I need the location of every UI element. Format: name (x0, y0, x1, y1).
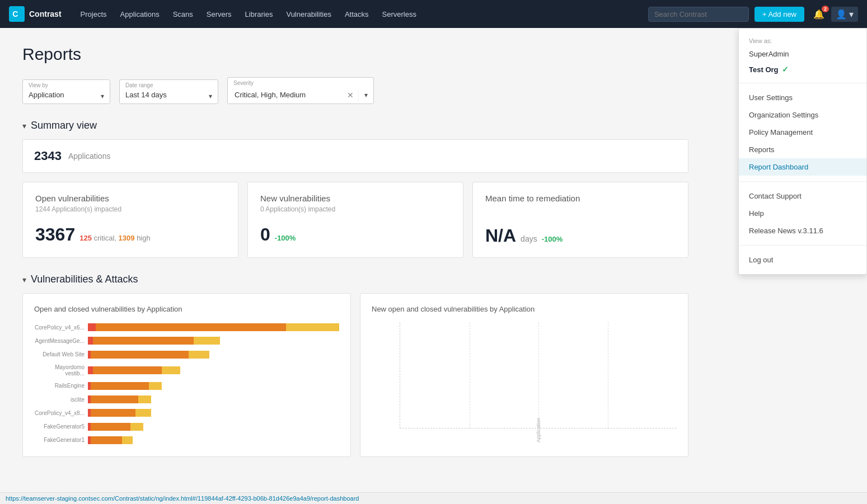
severity-clear-button[interactable]: ✕ (343, 88, 358, 102)
bar-segment-yellow (189, 351, 210, 359)
bar-row: FakeGenerator1 (34, 436, 339, 444)
view-by-filter: View by Application (22, 79, 110, 104)
page-title: Reports (22, 45, 688, 64)
open-vulns-title: Open vulnerabilities (35, 194, 226, 203)
chart2-title: New open and closed vulnerabilities by A… (372, 305, 677, 313)
dropdown-report-dashboard[interactable]: Report Dashboard (739, 158, 866, 176)
date-range-filter: Date range Last 14 days (119, 79, 218, 104)
nav-scans[interactable]: Scans (167, 7, 199, 22)
bar-track (88, 351, 339, 359)
superadmin-label: SuperAdmin (749, 50, 789, 58)
nav-serverless[interactable]: Serverless (377, 7, 422, 22)
bar-segment-orange (91, 409, 135, 417)
bar-row: Default Web Site (34, 351, 339, 359)
bar-segment-red (88, 323, 96, 331)
bar-segment-orange (91, 436, 123, 444)
logo-text: Contrast (29, 10, 62, 18)
summary-count-card: 2343 Applications (22, 139, 688, 173)
bar-label: CorePolicy_v4_x8... (34, 410, 85, 416)
view-by-label: View by (23, 80, 110, 88)
vulns-section: ▾ Vulnerabilities & Attacks Open and clo… (22, 274, 688, 457)
bar-chart: CorePolicy_v4_x6...AgentMessageGe...Defa… (34, 322, 339, 445)
grid-line-1 (470, 322, 470, 428)
summary-app-label: Applications (68, 152, 111, 161)
bar-row: isclite (34, 395, 339, 403)
bar-track (88, 423, 339, 431)
bar-track (88, 323, 339, 331)
notification-badge: 2 (822, 6, 829, 12)
bar-label: FakeGenerator1 (34, 437, 85, 443)
add-new-label: + Add new (762, 10, 796, 18)
navbar: C Contrast Projects Applications Scans S… (0, 0, 867, 28)
severity-label: Severity (228, 78, 373, 86)
logo[interactable]: C Contrast (9, 6, 62, 22)
dropdown-release-news[interactable]: Release News v.3.11.6 (739, 222, 866, 239)
dropdown-org-settings[interactable]: Organization Settings (739, 106, 866, 124)
bar-segment-orange (91, 423, 130, 431)
notification-button[interactable]: 🔔 2 (811, 7, 827, 22)
dropdown-user-testorg[interactable]: Test Org ✓ (739, 62, 866, 77)
metric-open-vulns: Open vulnerabilities 1244 Application(s)… (22, 182, 238, 258)
dropdown-user-settings[interactable]: User Settings (739, 89, 866, 106)
mtr-value-row: N/A days -100% (485, 225, 676, 246)
bar-label: CorePolicy_v4_x6... (34, 324, 85, 331)
dropdown-help[interactable]: Help (739, 205, 866, 222)
critical-count: 125 (79, 234, 92, 242)
chart1-title: Open and closed vulnerabilities by Appli… (34, 305, 339, 313)
nav-links: Projects Applications Scans Servers Libr… (75, 7, 648, 22)
bar-row: FakeGenerator5 (34, 423, 339, 431)
chart2-x-axis: Application (400, 418, 677, 442)
severity-inner: Critical, High, Medium ✕ ▾ (228, 86, 373, 103)
new-vulns-value: 0 (260, 224, 270, 245)
nav-vulnerabilities[interactable]: Vulnerabilities (280, 7, 336, 22)
bar-segment-yellow (138, 395, 152, 403)
chevron-down-icon: ▾ (849, 9, 854, 20)
new-vulns-title: New vulnerabilities (260, 194, 451, 203)
nav-libraries[interactable]: Libraries (240, 7, 279, 22)
vulns-toggle-icon[interactable]: ▾ (22, 275, 26, 284)
charts-row: Open and closed vulnerabilities by Appli… (22, 293, 688, 457)
chart-new-vulns: New open and closed vulnerabilities by A… (360, 293, 688, 457)
view-as-label: View as: (739, 34, 866, 46)
nav-servers[interactable]: Servers (201, 7, 237, 22)
severity-chevron-icon[interactable]: ▾ (358, 89, 373, 101)
main-content: Reports View by Application Date range L… (0, 28, 711, 485)
avatar-icon: 👤 (836, 9, 847, 20)
mtr-title: Mean time to remediation (485, 194, 676, 203)
bar-track (88, 395, 339, 403)
bar-row: RailsEngine (34, 382, 339, 390)
bar-segment-yellow (149, 382, 162, 390)
bar-segment-orange (93, 337, 194, 345)
new-vulns-value-row: 0 -100% (260, 224, 451, 245)
bar-segment-yellow (286, 323, 339, 331)
bar-row: CorePolicy_v4_x8... (34, 409, 339, 417)
nav-attacks[interactable]: Attacks (339, 7, 374, 22)
user-menu-button[interactable]: 👤 ▾ (831, 7, 858, 22)
dropdown-reports[interactable]: Reports (739, 141, 866, 158)
add-new-button[interactable]: + Add new (754, 7, 804, 22)
mtr-change: -100% (542, 235, 563, 243)
summary-section: ▾ Summary view 2343 Applications Open vu… (22, 120, 688, 258)
search-input[interactable] (648, 7, 749, 22)
bar-segment-yellow (135, 409, 151, 417)
dropdown-policy-mgmt[interactable]: Policy Management (739, 124, 866, 141)
view-by-select[interactable]: Application (23, 88, 110, 103)
severity-select-wrapper: Severity Critical, High, Medium ✕ ▾ (227, 77, 374, 104)
date-range-select-wrapper: Date range Last 14 days (119, 79, 218, 104)
date-range-select[interactable]: Last 14 days (120, 88, 218, 103)
bar-segment-yellow (130, 423, 144, 431)
dropdown-logout[interactable]: Log out (739, 251, 866, 269)
dropdown-user-superadmin[interactable]: SuperAdmin (739, 46, 866, 62)
nav-projects[interactable]: Projects (75, 7, 113, 22)
bar-segment-orange (93, 366, 162, 374)
nav-applications[interactable]: Applications (115, 7, 165, 22)
bar-track (88, 366, 339, 374)
bar-row: CorePolicy_v4_x6... (34, 323, 339, 331)
new-vulns-subtitle: 0 Application(s) impacted (260, 205, 451, 213)
chart2-inner: Application (372, 322, 677, 445)
dropdown-contact-support[interactable]: Contact Support (739, 187, 866, 205)
date-range-select-container: Last 14 days (120, 88, 218, 103)
svg-text:C: C (12, 10, 18, 18)
summary-toggle-icon[interactable]: ▾ (22, 121, 26, 130)
bar-label: isclite (34, 397, 85, 403)
